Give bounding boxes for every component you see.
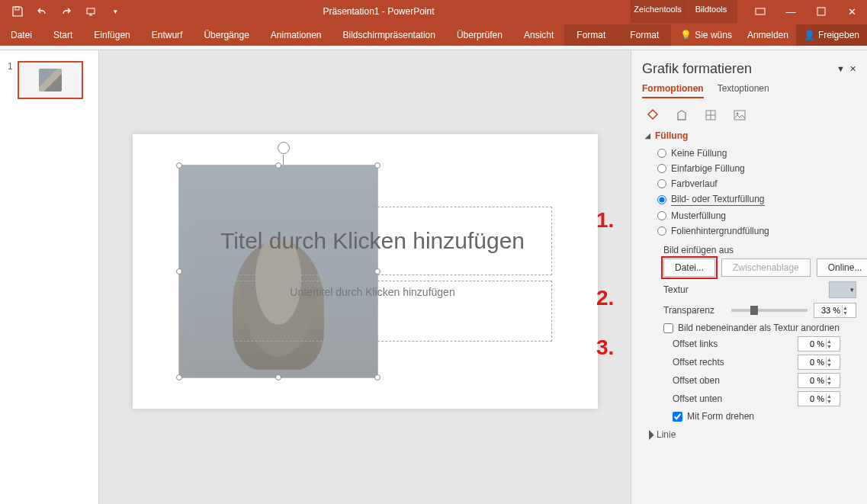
- offset-right-label: Offset rechts: [673, 357, 724, 368]
- undo-icon[interactable]: [31, 1, 53, 22]
- ribbon-tabs: Datei Start Einfügen Entwurf Übergänge A…: [0, 23, 867, 46]
- resize-handle[interactable]: [176, 268, 182, 274]
- thumbnail-preview[interactable]: [18, 61, 83, 99]
- tile-checkbox[interactable]: [663, 323, 673, 333]
- transparency-row: Transparenz ▲▼: [663, 303, 856, 318]
- fill-line-icon[interactable]: [645, 108, 660, 123]
- texture-label: Textur: [663, 284, 823, 295]
- fill-picture-texture[interactable]: Bild- oder Texturfüllung: [657, 191, 856, 208]
- tab-shape-options[interactable]: Formoptionen: [642, 80, 704, 98]
- tab-view[interactable]: Ansicht: [513, 24, 564, 46]
- offset-top-input[interactable]: [798, 376, 826, 385]
- offset-bottom-input[interactable]: [798, 394, 826, 403]
- transparency-spinner[interactable]: ▲▼: [814, 303, 856, 318]
- thumbnail-image-icon: [39, 69, 62, 91]
- offset-right-input[interactable]: [798, 358, 826, 367]
- insert-from-file-button[interactable]: Datei...: [663, 258, 715, 277]
- tile-label: Bild nebeneinander als Textur anordnen: [678, 323, 840, 333]
- save-icon[interactable]: [6, 1, 29, 22]
- texture-picker-button[interactable]: ▾: [829, 281, 856, 298]
- resize-handle[interactable]: [374, 374, 381, 380]
- tab-transitions[interactable]: Übergänge: [193, 24, 259, 46]
- spinner-up-icon[interactable]: ▲: [843, 305, 854, 310]
- offset-top-label: Offset oben: [673, 375, 720, 386]
- svg-point-6: [737, 113, 739, 115]
- main-area: 1 Titel durch Klicken hinzufügen Unterti…: [0, 50, 867, 504]
- ribbon-display-icon[interactable]: [745, 0, 775, 23]
- transparency-label: Transparenz: [663, 305, 725, 316]
- effects-icon[interactable]: [674, 108, 689, 123]
- tab-review[interactable]: Überprüfen: [446, 24, 513, 46]
- slide[interactable]: Titel durch Klicken hinzufügen Untertite…: [133, 134, 598, 409]
- resize-handle[interactable]: [275, 162, 281, 169]
- minimize-icon[interactable]: —: [775, 0, 806, 23]
- fill-solid[interactable]: Einfarbige Füllung: [657, 161, 856, 176]
- file-tab[interactable]: Datei: [0, 24, 43, 46]
- tab-text-options[interactable]: Textoptionen: [718, 80, 769, 98]
- tab-start[interactable]: Start: [43, 24, 83, 46]
- quick-access-toolbar: ▾: [0, 1, 127, 22]
- redo-icon[interactable]: [55, 1, 78, 22]
- svg-rect-1: [87, 8, 95, 14]
- document-title: Präsentation1 - PowerPoint: [127, 6, 631, 17]
- rotate-with-shape-label: Mit Form drehen: [687, 411, 754, 422]
- fill-pattern[interactable]: Musterfüllung: [657, 208, 856, 223]
- tab-format-picture[interactable]: Format: [618, 24, 671, 46]
- tab-slideshow[interactable]: Bildschirmpräsentation: [332, 24, 446, 46]
- pane-close-icon[interactable]: ✕: [849, 64, 856, 74]
- slide-thumbnail-panel: 1: [0, 50, 99, 504]
- tile-checkbox-row[interactable]: Bild nebeneinander als Textur anordnen: [663, 323, 856, 333]
- line-section-header[interactable]: ◢Linie: [645, 429, 856, 440]
- rotate-with-shape-row[interactable]: Mit Form drehen: [673, 411, 856, 422]
- slider-thumb-icon[interactable]: [750, 306, 758, 315]
- start-slideshow-icon[interactable]: [79, 1, 102, 22]
- spinner-down-icon[interactable]: ▼: [843, 310, 854, 316]
- tab-design[interactable]: Entwurf: [141, 24, 194, 46]
- offset-bottom-spinner[interactable]: ▲▼: [798, 391, 840, 406]
- fill-section-header[interactable]: ◢Füllung: [645, 130, 856, 141]
- resize-handle[interactable]: [275, 374, 281, 380]
- fill-gradient-label: Farbverlauf: [671, 178, 718, 189]
- drawing-tools-label: Zeichentools: [631, 0, 684, 23]
- tab-insert[interactable]: Einfügen: [83, 24, 140, 46]
- fill-background-label: Folienhintergrundfüllung: [671, 226, 769, 236]
- tell-me-button[interactable]: 💡Sie wüns: [673, 24, 740, 46]
- close-icon[interactable]: ✕: [836, 0, 867, 23]
- offset-right-spinner[interactable]: ▲▼: [798, 355, 840, 370]
- slide-canvas-area: Titel durch Klicken hinzufügen Untertite…: [99, 50, 631, 504]
- insert-from-online-button[interactable]: Online...: [817, 258, 867, 277]
- picture-icon[interactable]: [732, 108, 747, 123]
- fill-pattern-label: Musterfüllung: [671, 210, 726, 221]
- offset-left-input[interactable]: [798, 339, 826, 348]
- picture-tools-label: Bildtools: [684, 0, 737, 23]
- resize-handle[interactable]: [374, 162, 381, 169]
- size-properties-icon[interactable]: [703, 108, 718, 123]
- transparency-input[interactable]: [814, 306, 842, 315]
- fill-gradient[interactable]: Farbverlauf: [657, 176, 856, 191]
- offset-bottom-row: Offset unten ▲▼: [673, 391, 840, 406]
- subtitle-placeholder[interactable]: Untertitel durch Klicken hinzufügen: [194, 281, 552, 342]
- thumbnail-1[interactable]: 1: [8, 61, 91, 99]
- title-placeholder[interactable]: Titel durch Klicken hinzufügen: [194, 207, 552, 275]
- maximize-icon[interactable]: [806, 0, 836, 23]
- transparency-slider[interactable]: [731, 309, 808, 312]
- sign-in-button[interactable]: Anmelden: [740, 24, 796, 46]
- offset-top-spinner[interactable]: ▲▼: [798, 373, 840, 388]
- share-button[interactable]: 👤Freigeben: [796, 24, 867, 46]
- line-section-label: Linie: [657, 429, 676, 440]
- resize-handle[interactable]: [176, 162, 182, 169]
- tab-animations[interactable]: Animationen: [260, 24, 332, 46]
- offset-bottom-label: Offset unten: [673, 393, 722, 404]
- tab-format-drawing[interactable]: Format: [564, 24, 618, 46]
- resize-handle[interactable]: [176, 374, 182, 380]
- pane-options-icon[interactable]: ▼: [836, 64, 845, 74]
- fill-slide-background[interactable]: Folienhintergrundfüllung: [657, 223, 856, 239]
- tell-me-label: Sie wüns: [695, 30, 732, 40]
- fill-none[interactable]: Keine Füllung: [657, 146, 856, 161]
- offset-left-spinner[interactable]: ▲▼: [798, 336, 840, 352]
- qat-more-icon[interactable]: ▾: [104, 1, 127, 22]
- fill-options: Keine Füllung Einfarbige Füllung Farbver…: [657, 146, 856, 239]
- pane-title: Grafik formatieren: [642, 61, 752, 77]
- rotate-with-shape-checkbox[interactable]: [673, 412, 682, 422]
- rotate-handle-icon[interactable]: [278, 142, 290, 154]
